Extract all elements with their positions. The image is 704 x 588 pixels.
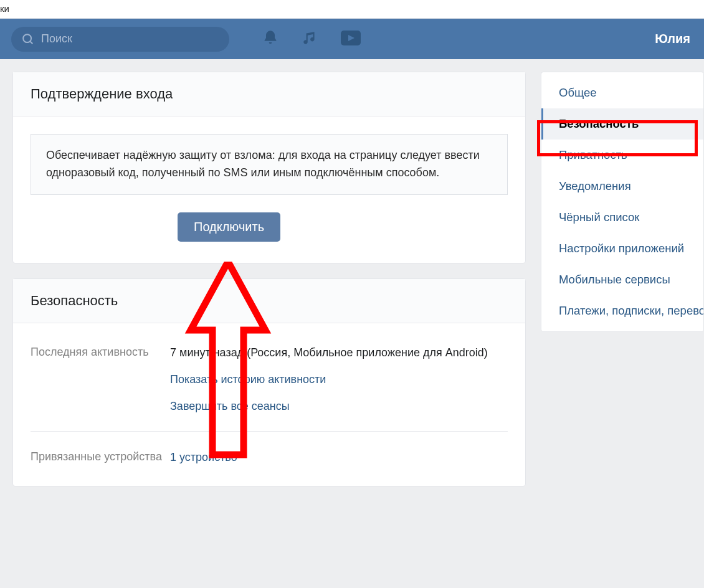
login-confirmation-title: Подтверждение входа — [13, 72, 525, 116]
devices-row: Привязанные устройства 1 устройство — [31, 432, 508, 482]
svg-line-1 — [30, 41, 32, 44]
sidebar-item-privacy[interactable]: Приватность — [541, 140, 703, 171]
search-icon — [21, 32, 35, 46]
devices-count-link[interactable]: 1 устройство — [170, 451, 237, 463]
bell-icon[interactable] — [262, 29, 279, 49]
sidebar-item-general[interactable]: Общее — [541, 77, 703, 108]
browser-tab-fragment: ки — [0, 0, 704, 19]
show-activity-history-link[interactable]: Показать историю активности — [170, 371, 508, 388]
last-activity-row: Последняя активность 7 минут назад (Росс… — [31, 327, 508, 432]
tab-fragment-text: ки — [0, 3, 9, 14]
end-all-sessions-link[interactable]: Завершить все сеансы — [170, 398, 508, 415]
sidebar-item-app-settings[interactable]: Настройки приложений — [541, 233, 703, 264]
search-input[interactable] — [41, 32, 219, 45]
topbar-icons — [262, 29, 361, 49]
sidebar-item-security[interactable]: Безопасность — [541, 108, 703, 140]
video-play-icon[interactable] — [340, 30, 361, 49]
login-confirmation-info: Обеспечивает надёжную защиту от взлома: … — [31, 134, 508, 195]
settings-sidebar: Общее Безопасность Приватность Уведомлен… — [541, 72, 704, 332]
connect-button[interactable]: Подключить — [178, 212, 280, 242]
music-icon[interactable] — [302, 30, 318, 49]
search-field[interactable] — [11, 27, 229, 52]
sidebar-item-payments[interactable]: Платежи, подписки, переводы — [541, 295, 703, 326]
user-name[interactable]: Юлия — [655, 32, 693, 46]
page-content: Подтверждение входа Обеспечивает надёжну… — [0, 59, 704, 486]
svg-point-0 — [23, 34, 31, 42]
sidebar-item-notifications[interactable]: Уведомления — [541, 171, 703, 202]
security-card: Безопасность Последняя активность 7 мину… — [12, 278, 526, 486]
last-activity-label: Последняя активность — [31, 344, 170, 415]
login-confirmation-card: Подтверждение входа Обеспечивает надёжну… — [12, 72, 526, 263]
sidebar-item-blacklist[interactable]: Чёрный список — [541, 202, 703, 233]
devices-label: Привязанные устройства — [31, 449, 170, 466]
last-activity-value: 7 минут назад (Россия, Мобильное приложе… — [170, 346, 488, 359]
security-title: Безопасность — [13, 279, 525, 323]
top-nav-bar: Юлия — [0, 19, 704, 59]
main-column: Подтверждение входа Обеспечивает надёжну… — [12, 72, 526, 486]
sidebar-item-mobile-services[interactable]: Мобильные сервисы — [541, 264, 703, 295]
